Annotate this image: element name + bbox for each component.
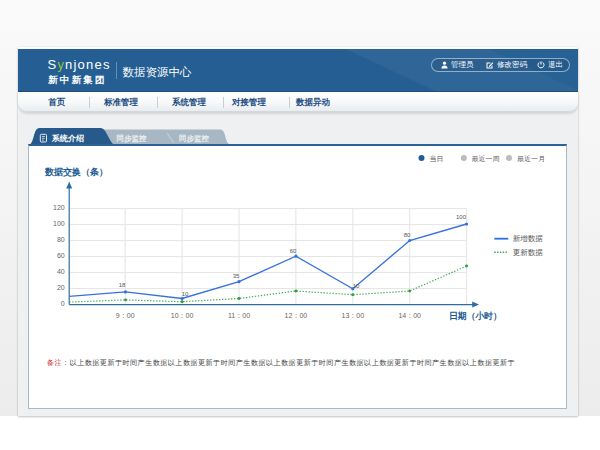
svg-text:0: 0 — [61, 300, 65, 307]
svg-text:80: 80 — [404, 232, 411, 238]
svg-text:20: 20 — [57, 284, 65, 291]
svg-text:60: 60 — [57, 252, 65, 259]
svg-text:100: 100 — [456, 214, 467, 220]
svg-text:100: 100 — [53, 220, 65, 227]
svg-text:80: 80 — [57, 236, 65, 243]
svg-text:10：00: 10：00 — [171, 312, 194, 319]
svg-text:11：00: 11：00 — [228, 312, 250, 319]
svg-text:120: 120 — [53, 204, 65, 211]
svg-text:最近一周: 最近一周 — [472, 155, 500, 162]
svg-text:新增数据: 新增数据 — [513, 234, 544, 243]
svg-text:35: 35 — [233, 273, 240, 279]
svg-text:14：00: 14：00 — [398, 312, 421, 319]
svg-text:13：00: 13：00 — [342, 312, 365, 319]
svg-text:60: 60 — [290, 248, 297, 254]
svg-text:日期（小时）: 日期（小时） — [449, 311, 502, 321]
svg-text:系统介绍: 系统介绍 — [51, 133, 84, 143]
svg-text:12：00: 12：00 — [285, 312, 308, 319]
svg-text:10: 10 — [353, 283, 360, 289]
svg-text:当日: 当日 — [430, 155, 444, 163]
svg-text:最近一月: 最近一月 — [517, 155, 545, 163]
svg-text:更新数据: 更新数据 — [513, 248, 544, 257]
svg-text:9：00: 9：00 — [116, 312, 135, 319]
svg-text:18: 18 — [119, 282, 126, 288]
svg-text:40: 40 — [57, 268, 65, 275]
svg-text:数据交换（条）: 数据交换（条） — [44, 167, 108, 177]
svg-text:10: 10 — [182, 291, 189, 297]
svg-text:同步监控: 同步监控 — [179, 134, 210, 143]
svg-text:同步监控: 同步监控 — [117, 134, 148, 143]
